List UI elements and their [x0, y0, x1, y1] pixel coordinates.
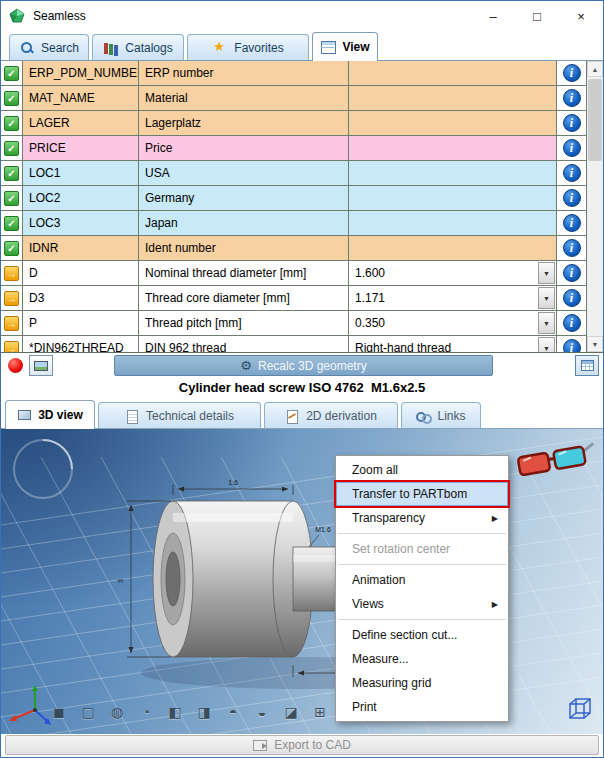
info-icon[interactable]: i: [563, 289, 581, 307]
solid-view-icon[interactable]: ◼: [49, 702, 69, 722]
context-menu-item[interactable]: Zoom all ▶: [336, 458, 508, 482]
menu-item-label: Define section cut...: [352, 628, 457, 642]
context-menu-item[interactable]: Measuring grid ▶: [336, 671, 508, 695]
wireframe-cube-icon[interactable]: [567, 696, 593, 722]
context-menu-item[interactable]: Views ▶: [336, 592, 508, 616]
info-icon[interactable]: i: [563, 339, 581, 353]
row-status-cell[interactable]: ✓: [1, 86, 23, 110]
info-icon[interactable]: i: [563, 189, 581, 207]
table-row: ✓ LOC3 Japan ▼ i: [1, 211, 586, 236]
row-status-cell[interactable]: ✓: [1, 186, 23, 210]
main-tab[interactable]: Favorites: [187, 34, 309, 60]
scrollbar-thumb[interactable]: [588, 79, 602, 161]
row-status-cell[interactable]: ✓: [1, 61, 23, 85]
view-tab[interactable]: Technical details: [98, 402, 261, 428]
row-status-cell[interactable]: →: [1, 286, 23, 310]
attribute-name: LOC3: [23, 211, 139, 235]
context-menu-item[interactable]: Transparency ▶: [336, 506, 508, 530]
info-icon[interactable]: i: [563, 89, 581, 107]
table-row: → P Thread pitch [mm] 0.350 ▼ i: [1, 311, 586, 336]
wireframe-view-icon[interactable]: ▢: [78, 702, 98, 722]
info-icon[interactable]: i: [563, 239, 581, 257]
attribute-value-field[interactable]: ▼: [349, 236, 557, 260]
context-menu-item[interactable]: Define section cut... ▶: [336, 623, 508, 647]
info-icon[interactable]: i: [563, 214, 581, 232]
front-view-icon[interactable]: ◧: [165, 702, 185, 722]
preview-window-button[interactable]: [29, 355, 53, 376]
maximize-button[interactable]: □: [515, 1, 559, 31]
row-status-cell[interactable]: →: [1, 261, 23, 285]
datasheet-table-button[interactable]: [575, 355, 599, 376]
tab-label: Catalogs: [125, 41, 172, 55]
attribute-value-field[interactable]: ▼: [349, 136, 557, 160]
back-view-icon[interactable]: ◨: [194, 702, 214, 722]
row-status-cell[interactable]: ✓: [1, 211, 23, 235]
info-icon[interactable]: i: [563, 114, 581, 132]
main-tab[interactable]: Search: [9, 34, 89, 60]
row-status-cell[interactable]: ✓: [1, 236, 23, 260]
main-tab[interactable]: View: [312, 32, 378, 61]
main-tab[interactable]: Catalogs: [92, 34, 184, 60]
row-status-cell[interactable]: ✓: [1, 136, 23, 160]
info-icon[interactable]: i: [563, 314, 581, 332]
row-status-cell[interactable]: →: [1, 311, 23, 335]
zoom-fit-icon[interactable]: ⊞: [310, 702, 330, 722]
row-status-cell[interactable]: ✓: [1, 161, 23, 185]
context-menu-item[interactable]: Measure... ▶: [336, 647, 508, 671]
attribute-value-field[interactable]: ▼: [349, 186, 557, 210]
attribute-value-field[interactable]: ▼: [349, 161, 557, 185]
attribute-value-field[interactable]: 1.600 ▼: [349, 261, 557, 285]
app-window: Seamless – □ × Search Catalogs Favorites: [0, 0, 604, 758]
table-scrollbar[interactable]: ▲ ▼: [586, 61, 603, 352]
info-icon[interactable]: i: [563, 164, 581, 182]
cylinder-view-icon[interactable]: ◍: [107, 702, 127, 722]
attribute-value-field[interactable]: ▼: [349, 111, 557, 135]
iso-view-icon[interactable]: ◪: [281, 702, 301, 722]
dropdown-arrow-icon[interactable]: ▼: [538, 312, 555, 334]
dimension-label: M1.6: [315, 526, 331, 533]
close-button[interactable]: ×: [559, 1, 603, 31]
scroll-up-icon[interactable]: ▲: [587, 61, 603, 77]
context-menu: Zoom all ▶ Transfer to PARTbom ▶ Transpa…: [335, 455, 509, 722]
attribute-value-field[interactable]: ▼: [349, 86, 557, 110]
context-menu-item: ▶: [338, 564, 506, 565]
info-icon[interactable]: i: [563, 139, 581, 157]
context-menu-item: ▶: [338, 533, 506, 534]
context-menu-item[interactable]: Set rotation center ▶: [336, 537, 508, 561]
view-tab[interactable]: Links: [401, 402, 481, 428]
info-icon[interactable]: i: [563, 64, 581, 82]
row-status-cell[interactable]: ✓: [1, 111, 23, 135]
dropdown-arrow-icon[interactable]: ▼: [538, 337, 555, 353]
table-row: ✓ IDNR Ident number ▼ i: [1, 236, 586, 261]
view-tab[interactable]: 2D derivation: [264, 402, 398, 428]
attribute-value-field[interactable]: ▼: [349, 211, 557, 235]
status-icon: →: [4, 316, 19, 331]
view-tab[interactable]: 3D view: [5, 400, 95, 429]
top-view-icon[interactable]: ◓: [223, 702, 243, 722]
scroll-down-icon[interactable]: ▼: [587, 336, 603, 352]
dropdown-arrow-icon[interactable]: ▼: [538, 262, 555, 284]
export-to-cad-button[interactable]: Export to CAD: [5, 735, 599, 755]
title-bar: Seamless – □ ×: [1, 1, 603, 31]
context-menu-item[interactable]: Animation ▶: [336, 568, 508, 592]
row-status-cell[interactable]: →: [1, 336, 23, 353]
attribute-value-field[interactable]: Right-hand thread ▼: [349, 336, 557, 353]
bottom-view-icon[interactable]: ◒: [252, 702, 272, 722]
recalc-3d-geometry-button[interactable]: ⚙ Recalc 3D geometry: [114, 355, 493, 376]
attribute-description: Thread core diameter [mm]: [139, 286, 349, 310]
record-indicator-icon[interactable]: [8, 358, 23, 373]
view-tab-label: Technical details: [146, 409, 234, 423]
minimize-button[interactable]: –: [471, 1, 515, 31]
tab-icon: [212, 41, 228, 55]
dropdown-arrow-icon[interactable]: ▼: [538, 287, 555, 309]
attribute-value-field[interactable]: 0.350 ▼: [349, 311, 557, 335]
context-menu-item[interactable]: Print ▶: [336, 695, 508, 719]
table-row: → D Nominal thread diameter [mm] 1.600 ▼…: [1, 261, 586, 286]
rotate-view-icon[interactable]: ◔: [136, 702, 156, 722]
attribute-value-field[interactable]: 1.171 ▼: [349, 286, 557, 310]
context-menu-item[interactable]: Transfer to PARTbom ▶: [336, 482, 508, 506]
info-icon[interactable]: i: [563, 264, 581, 282]
viewport-3d[interactable]: 3 1.6 2.5 M1.6: [1, 429, 603, 734]
rotation-compass-icon[interactable]: [14, 440, 72, 498]
attribute-value-field[interactable]: ▼: [349, 61, 557, 85]
